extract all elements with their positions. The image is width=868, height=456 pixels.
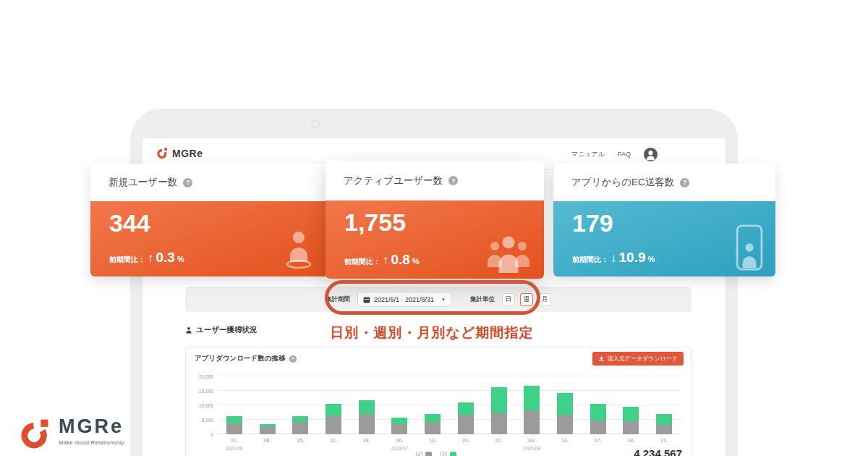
stacked-bar — [391, 376, 407, 434]
bar-segment-gray — [524, 410, 540, 434]
legend-checkbox[interactable]: ✓ — [416, 452, 422, 456]
down-arrow-icon: ↓ — [610, 251, 617, 266]
chart-legend: ✓ ✓ — [416, 452, 456, 456]
bar-segment-green — [359, 400, 375, 414]
x-tick-label: 27- — [495, 438, 503, 443]
kpi-value: 1,755 — [344, 208, 406, 237]
bar-segment-gray — [326, 416, 341, 434]
bar-segment-green — [623, 407, 639, 421]
chart-card-title-row: アプリダウンロード数の推移 ? — [195, 354, 297, 363]
bar-column: 10- — [548, 376, 582, 434]
annotation-text: 日別・週別・月別など期間指定 — [316, 324, 548, 342]
help-icon[interactable]: ? — [448, 176, 458, 185]
bar-segment-gray — [491, 413, 507, 434]
kpi-card-ec-referrals: アプリからのEC送客数 ? 179 前期間比： ↓ 10.9 % — [553, 164, 775, 276]
y-tick-label: 0 — [210, 432, 213, 437]
bar-column: 17- — [582, 376, 615, 434]
up-arrow-icon: ↑ — [383, 253, 389, 268]
legend-color-chip-green — [450, 452, 456, 456]
tablet-camera-dot — [311, 119, 320, 128]
bar-segment-green — [491, 387, 507, 413]
section-title: ユーザー獲得状況 — [196, 325, 258, 335]
brand-text: MGRe Make Good Relationship — [59, 417, 124, 446]
chart-plot-area: 01-2021/0608-15-22-29-06-2021/0713-20-27… — [218, 376, 681, 434]
y-tick-label: 10,000 — [199, 403, 213, 408]
kpi-card-header: アクティブユーザー数 ? — [326, 161, 544, 200]
bar-column: 08- — [251, 376, 284, 434]
bar-segment-green — [425, 414, 441, 422]
bar-column: 01-2021/06 — [218, 376, 251, 434]
chart-card-title: アプリダウンロード数の推移 — [195, 354, 286, 363]
app-logo-text: MGRe — [172, 148, 203, 159]
bar-segment-gray — [359, 414, 375, 434]
kpi-value: 179 — [572, 209, 613, 237]
bar-segment-gray — [391, 424, 407, 434]
bar-segment-gray — [656, 425, 672, 434]
help-icon[interactable]: ? — [289, 355, 297, 363]
nav-link-manual[interactable]: マニュアル — [571, 150, 605, 159]
bar-column: 22- — [317, 376, 350, 434]
brand-tagline: Make Good Relationship — [59, 439, 124, 446]
up-arrow-icon: ↑ — [148, 251, 154, 266]
bar-segment-gray — [260, 427, 276, 434]
bar-segment-gray — [226, 423, 242, 434]
nav-link-faq[interactable]: FAQ — [618, 151, 631, 158]
stacked-bar — [226, 376, 242, 434]
x-tick-label: 08- — [264, 438, 271, 443]
bar-column: 13- — [416, 376, 449, 434]
bar-segment-gray — [590, 421, 606, 434]
help-icon[interactable]: ? — [183, 178, 192, 187]
compare-value: 10.9 — [619, 250, 646, 266]
x-tick-label: 10- — [561, 438, 569, 443]
stacked-bar — [557, 376, 573, 434]
download-inflow-data-button[interactable]: 流入元データダウンロード — [592, 352, 684, 366]
brand-logo: MGRe Make Good Relationship — [19, 417, 124, 450]
kpi-card-title: 新規ユーザー数 — [109, 176, 177, 189]
user-avatar-icon[interactable] — [644, 148, 658, 161]
stacked-bar — [326, 376, 341, 434]
bar-column: 27- — [482, 376, 516, 434]
annotation-highlight-rect — [325, 280, 540, 315]
stacked-bar — [292, 376, 308, 434]
compare-value: 0.8 — [391, 252, 410, 268]
compare-unit: % — [177, 255, 184, 263]
help-icon[interactable]: ? — [680, 178, 689, 187]
kpi-card-body: 344 前期間比： ↑ 0.3 % — [90, 201, 329, 276]
month-label: 2021/08 — [524, 446, 541, 451]
chart-y-axis: 05,00010,00015,00020,000 — [193, 376, 215, 434]
bar-segment-gray — [458, 415, 474, 434]
compare-label: 前期間比： — [344, 257, 380, 267]
legend-item-gray: ✓ — [416, 452, 432, 456]
bar-column: 15- — [284, 376, 317, 434]
person-icon — [185, 326, 192, 334]
x-tick-label: 03- — [528, 438, 535, 443]
kpi-card-title: アクティブユーザー数 — [344, 174, 443, 187]
total-downloads-value: 4,234,567 — [634, 447, 682, 456]
compare-label: 前期間比： — [572, 255, 608, 265]
bar-segment-gray — [425, 422, 441, 434]
kpi-card-body: 179 前期間比： ↓ 10.9 % — [553, 201, 775, 276]
stacked-bar — [623, 376, 639, 434]
app-downloads-card: アプリダウンロード数の推移 ? 流入元データダウンロード 05,00010,00… — [185, 347, 692, 456]
phone-icon — [735, 224, 764, 271]
person-icon — [280, 229, 318, 271]
bar-segment-gray — [623, 421, 639, 434]
bar-segment-gray — [557, 415, 573, 434]
mgre-logo-icon — [19, 417, 52, 450]
bar-column: 29- — [350, 376, 383, 434]
bar-segment-green — [590, 404, 606, 420]
bar-column: 24- — [615, 376, 648, 434]
kpi-card-header: 新規ユーザー数 ? — [90, 164, 329, 201]
kpi-card-title: アプリからのEC送客数 — [571, 176, 674, 189]
kpi-value: 344 — [109, 209, 150, 237]
x-tick-label: 22- — [330, 438, 337, 443]
x-tick-label: 20- — [462, 438, 469, 443]
compare-label: 前期間比： — [109, 255, 145, 265]
bar-segment-green — [656, 414, 672, 425]
stacked-bar — [656, 376, 672, 434]
bar-column: 03-2021/08 — [515, 376, 548, 434]
legend-checkbox[interactable]: ✓ — [441, 452, 447, 456]
stacked-bar — [590, 376, 606, 434]
x-tick-label: 01- — [231, 438, 238, 443]
x-tick-label: 13- — [429, 438, 436, 443]
